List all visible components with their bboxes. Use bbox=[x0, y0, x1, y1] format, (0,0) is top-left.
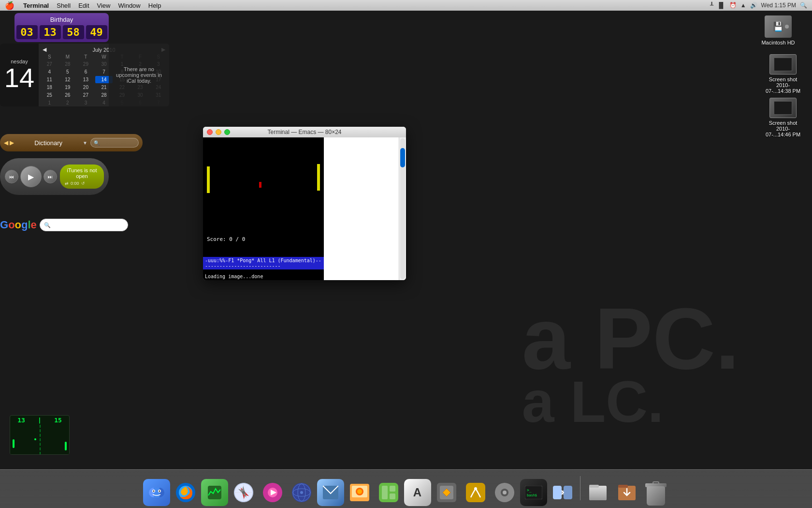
spotlight-icon[interactable]: 🔍 bbox=[800, 2, 807, 9]
scroll-thumb[interactable] bbox=[400, 148, 405, 167]
svg-rect-2 bbox=[154, 488, 160, 497]
dock-item-activity-monitor[interactable] bbox=[201, 479, 228, 506]
dictionary-search[interactable]: 🔍 bbox=[90, 138, 139, 148]
screenshot1-icon-image bbox=[769, 54, 797, 75]
terminal-emacs-pane[interactable]: Score: 0 / 0 -uuu:%%-F1 *Pong* All L1 (F… bbox=[203, 137, 324, 280]
terminal-minimize-button[interactable] bbox=[216, 129, 221, 135]
desktop-icon-screenshot2[interactable]: Screen shot 2010-07-...14:46 PM bbox=[764, 98, 802, 137]
terminal-close-button[interactable] bbox=[207, 129, 213, 135]
google-search-input[interactable] bbox=[53, 222, 124, 228]
svg-point-16 bbox=[242, 491, 245, 494]
screenshot2-icon-image bbox=[769, 98, 797, 118]
birthday-minutes: 58 bbox=[63, 25, 84, 39]
cal-day-n2: 2 bbox=[59, 99, 77, 106]
menu-terminal[interactable]: Terminal bbox=[19, 2, 53, 9]
svg-point-40 bbox=[503, 491, 507, 494]
dock-item-numbers[interactable] bbox=[375, 479, 402, 506]
battery-icon[interactable]: ▐▌ bbox=[717, 2, 725, 9]
birthday-title: Birthday bbox=[18, 16, 105, 23]
dock: A >_ bbox=[0, 469, 812, 508]
trash-body bbox=[647, 486, 665, 506]
screenshot2-label: Screen shot 2010-07-...14:46 PM bbox=[764, 120, 802, 137]
menu-shell[interactable]: Shell bbox=[53, 2, 74, 9]
volume-icon[interactable]: 🔊 bbox=[750, 2, 757, 9]
calendar-day-num: 14 bbox=[4, 64, 34, 91]
dock-item-garageband[interactable] bbox=[462, 479, 489, 506]
firefox-icon bbox=[175, 482, 196, 503]
google-search-box[interactable]: 🔍 bbox=[40, 219, 128, 231]
downloads-icon bbox=[616, 482, 638, 503]
cal-day-6: 6 bbox=[77, 68, 95, 75]
terminal-scrollbar[interactable] bbox=[399, 137, 406, 280]
dock-item-downloads[interactable] bbox=[613, 479, 640, 506]
itunes-next-button[interactable]: ⏭ bbox=[44, 170, 57, 183]
dock-item-documents[interactable] bbox=[584, 479, 611, 506]
dock-item-terminal[interactable]: >_ bash$ bbox=[520, 479, 547, 506]
svg-rect-32 bbox=[390, 486, 395, 492]
terminal-titlebar: Terminal — Emacs — 80×24 bbox=[203, 127, 406, 137]
screenshot2-thumbnail bbox=[774, 101, 792, 115]
itunes-controls: ⏮ ▶ ⏭ bbox=[5, 166, 57, 187]
pong-score-sep: | bbox=[38, 417, 42, 424]
desktop-icon-screenshot1[interactable]: Screen shot 2010-07-...14:38 PM bbox=[764, 54, 802, 94]
apple-menu[interactable]: 🍎 bbox=[0, 1, 19, 10]
dock-item-system-preferences[interactable] bbox=[491, 479, 518, 506]
desktop-icon-hd[interactable]: 💾 Macintosh HD bbox=[759, 15, 798, 45]
pong-score-right: 15 bbox=[54, 417, 62, 424]
dictionary-widget: ◀ ▶ Dictionary ▼ 🔍 bbox=[0, 134, 143, 151]
menubar-right: ┸ ▐▌ ⏰ ▲ 🔊 Wed 1:15 PM 🔍 bbox=[710, 2, 812, 9]
dock-item-font-book[interactable]: A bbox=[404, 479, 431, 506]
menu-edit[interactable]: Edit bbox=[74, 2, 93, 9]
system-preferences-icon bbox=[494, 482, 515, 503]
itunes-shuffle-icon[interactable]: ⇄ bbox=[65, 181, 69, 186]
dock-item-trash[interactable] bbox=[642, 479, 669, 506]
dock-item-iphoto[interactable] bbox=[346, 479, 373, 506]
wifi-icon[interactable]: ▲ bbox=[740, 2, 746, 9]
emacs-statusbar: -uuu:%%-F1 *Pong* All L1 (Fundamental)--… bbox=[203, 257, 324, 269]
itunes-prev-button[interactable]: ⏮ bbox=[5, 170, 18, 183]
dock-item-finder[interactable] bbox=[143, 479, 170, 506]
safari-icon bbox=[233, 482, 254, 503]
calendar-widget: nesday 14 ◀ July 2010 ▶ S M T W T F S 27… bbox=[0, 44, 169, 106]
dictionary-search-icon: 🔍 bbox=[94, 140, 100, 146]
birthday-widget: Birthday 03 13 58 49 bbox=[14, 13, 109, 42]
pong-ball bbox=[34, 438, 36, 440]
cal-day-29: 29 bbox=[77, 60, 95, 68]
svg-rect-36 bbox=[466, 483, 485, 502]
dictionary-search-input[interactable] bbox=[100, 140, 133, 146]
hd-icon-label: Macintosh HD bbox=[761, 40, 795, 45]
menubar-datetime: Wed 1:15 PM bbox=[761, 2, 796, 9]
google-search-icon: 🔍 bbox=[44, 222, 51, 228]
svg-point-6 bbox=[159, 491, 160, 492]
itunes-status: iTunes is not open bbox=[65, 167, 99, 179]
svg-text:>_: >_ bbox=[527, 488, 532, 493]
menu-help[interactable]: Help bbox=[145, 2, 165, 9]
emacs-score: Score: 0 / 0 bbox=[203, 234, 324, 244]
svg-text:bash$: bash$ bbox=[527, 493, 537, 497]
menu-view[interactable]: View bbox=[93, 2, 115, 9]
dock-item-firefox[interactable] bbox=[172, 479, 199, 506]
dock-item-safari[interactable] bbox=[230, 479, 257, 506]
dock-item-network-utility[interactable] bbox=[288, 479, 315, 506]
terminal-maximize-button[interactable] bbox=[224, 129, 230, 135]
dock-item-migration-assistant[interactable] bbox=[549, 479, 576, 506]
timemachine-icon[interactable]: ⏰ bbox=[729, 2, 737, 9]
pong-score-left: 13 bbox=[17, 417, 25, 424]
calendar-prev[interactable]: ◀ bbox=[43, 46, 46, 53]
dictionary-nav[interactable]: ◀ ▶ bbox=[4, 139, 14, 146]
itunes-repeat-icon[interactable]: ↺ bbox=[81, 181, 85, 186]
bluetooth-icon[interactable]: ┸ bbox=[710, 2, 713, 9]
terminal-title: Terminal — Emacs — 80×24 bbox=[267, 129, 341, 135]
svg-rect-31 bbox=[382, 486, 388, 499]
birthday-countdown: 03 13 58 49 bbox=[18, 25, 105, 39]
svg-rect-55 bbox=[618, 485, 628, 488]
svg-rect-53 bbox=[589, 485, 599, 488]
dictionary-dropdown[interactable]: ▼ bbox=[83, 140, 87, 146]
emacs-paddle-right bbox=[317, 164, 320, 191]
menu-window[interactable]: Window bbox=[115, 2, 145, 9]
dock-item-automator[interactable] bbox=[433, 479, 460, 506]
dock-item-mail[interactable] bbox=[317, 479, 344, 506]
itunes-play-button[interactable]: ▶ bbox=[20, 166, 42, 187]
finder-icon bbox=[149, 485, 164, 500]
dock-item-itunes[interactable] bbox=[259, 479, 286, 506]
